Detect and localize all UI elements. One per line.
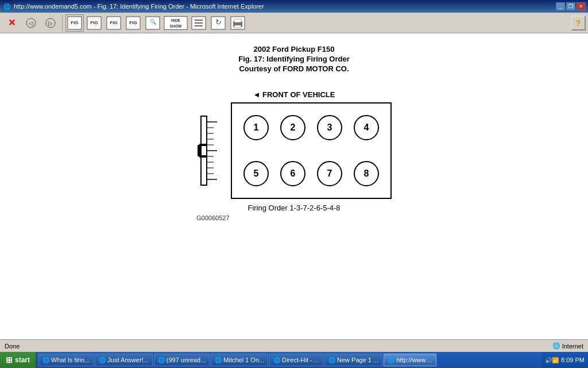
- taskbar-item-label-3: Mitchel 1 On...: [223, 356, 264, 363]
- content-area: 2002 Ford Pickup F150 Fig. 17: Identifyi…: [0, 33, 588, 339]
- cylinder-8: 8: [354, 161, 379, 186]
- print-btn[interactable]: [229, 14, 247, 32]
- cylinder-6: 6: [280, 161, 305, 186]
- start-button[interactable]: ⊞ start: [0, 352, 36, 368]
- globe-icon: 🌐: [552, 342, 560, 350]
- page-title: 2002 Ford Pickup F150: [11, 45, 577, 53]
- status-right: 🌐 Internet: [552, 342, 583, 350]
- title-bar-text: http://www.ondemand5.com - Fig. 17: Iden…: [14, 3, 264, 10]
- cylinder-row-top: 1 2 3 4: [243, 115, 379, 140]
- taskbar-item-label-1: Just Answer!...: [107, 356, 149, 363]
- diagram-wrapper: 1 2 3 4 5 6 7 8: [196, 102, 392, 199]
- svg-text:SHOW: SHOW: [170, 24, 182, 28]
- svg-text:FIG: FIG: [129, 20, 137, 25]
- taskbar-item-icon-2: 🌐: [158, 357, 165, 363]
- svg-text:↻: ↻: [215, 18, 222, 26]
- toolbar-separator-1: [62, 15, 63, 31]
- help-btn[interactable]: ?: [571, 16, 586, 30]
- diagram-container: ◄ FRONT OF VEHICLE: [196, 90, 392, 221]
- ie-icon: 🌐: [2, 2, 11, 11]
- firing-order-text: Firing Order 1-3-7-2-6-5-4-8: [196, 204, 392, 212]
- svg-rect-25: [234, 19, 241, 22]
- cylinder-3: 3: [317, 115, 342, 140]
- title-bar-left: 🌐 http://www.ondemand5.com - Fig. 17: Id…: [2, 2, 264, 11]
- svg-text:HIDE: HIDE: [171, 18, 180, 22]
- taskbar-item-0[interactable]: 🌐 What Is firin...: [38, 354, 94, 366]
- restore-button[interactable]: ❐: [566, 2, 575, 10]
- zone-indicator: 🌐 Internet: [552, 342, 583, 350]
- hide-show-btn[interactable]: HIDESHOW: [163, 14, 188, 32]
- taskbar-item-icon-1: 🌐: [99, 357, 106, 363]
- fig-btn-2[interactable]: FIG: [85, 14, 103, 32]
- start-label: start: [15, 356, 30, 364]
- cylinder-4: 4: [354, 115, 379, 140]
- refresh-btn[interactable]: ↻: [209, 14, 227, 32]
- svg-text:🔍: 🔍: [150, 18, 157, 25]
- taskbar-item-icon-6: 🌐: [388, 357, 394, 363]
- status-bar: Done 🌐 Internet: [0, 339, 588, 352]
- taskbar-items: 🌐 What Is firin... 🌐 Just Answer!... 🌐 (…: [36, 352, 541, 367]
- taskbar-item-label-0: What Is firin...: [51, 356, 90, 363]
- svg-text:▷: ▷: [48, 20, 53, 26]
- taskbar-item-3[interactable]: 🌐 Mitchel 1 On...: [211, 354, 268, 366]
- taskbar-tray: 🔊📶 8:09 PM: [541, 352, 588, 368]
- title-bar: 🌐 http://www.ondemand5.com - Fig. 17: Id…: [0, 0, 588, 13]
- page-subtitle: Fig. 17: Identifying Firing Order: [11, 55, 577, 63]
- svg-rect-27: [201, 116, 207, 185]
- fig-btn-3[interactable]: FIG: [105, 14, 123, 32]
- svg-rect-26: [234, 25, 241, 28]
- svg-rect-41: [198, 145, 201, 156]
- zone-text: Internet: [562, 343, 583, 350]
- fig-btn-1[interactable]: FIG: [65, 14, 84, 32]
- find-btn[interactable]: 🔍: [144, 14, 162, 32]
- page-credit: Courtesy of FORD MOTOR CO.: [11, 64, 577, 73]
- taskbar-item-label-4: Direct-Hit - ...: [282, 356, 319, 363]
- taskbar-item-icon-4: 🌐: [273, 357, 280, 363]
- taskbar-item-icon-0: 🌐: [42, 357, 49, 363]
- fig-btn-4[interactable]: FIG: [124, 14, 142, 32]
- close-window-button[interactable]: ✕: [577, 2, 586, 10]
- forward-btn[interactable]: ▷: [41, 14, 60, 32]
- engine-block: 1 2 3 4 5 6 7 8: [231, 102, 392, 199]
- taskbar-item-4[interactable]: 🌐 Direct-Hit - ...: [269, 354, 323, 366]
- cylinder-7: 7: [317, 161, 342, 186]
- taskbar-item-label-5: New Page 1 ...: [337, 356, 378, 363]
- diagram-code: G00060527: [196, 214, 392, 221]
- cylinder-2: 2: [280, 115, 305, 140]
- clock: 8:09 PM: [561, 356, 585, 363]
- cylinder-5: 5: [243, 161, 269, 186]
- title-bar-controls: _ ❐ ✕: [556, 2, 586, 10]
- taskbar-item-label-2: (997 unread...: [167, 356, 206, 363]
- taskbar-item-1[interactable]: 🌐 Just Answer!...: [95, 354, 153, 366]
- tray-icons: 🔊📶: [545, 357, 559, 363]
- svg-text:FIG: FIG: [90, 20, 98, 25]
- unknown-btn[interactable]: [189, 14, 208, 32]
- taskbar-item-5[interactable]: 🌐 New Page 1 ...: [324, 354, 382, 366]
- taskbar-item-icon-3: 🌐: [215, 357, 222, 363]
- cylinder-row-bottom: 5 6 7 8: [243, 161, 379, 186]
- back-btn[interactable]: ◁: [22, 14, 40, 32]
- toolbar: ✕ ◁ ▷ FIG FIG FIG FIG 🔍 HIDESHOW ↻ ?: [0, 13, 588, 33]
- minimize-button[interactable]: _: [556, 2, 565, 10]
- svg-text:◁: ◁: [29, 20, 33, 26]
- windows-logo: ⊞: [6, 355, 13, 365]
- taskbar-item-6[interactable]: 🌐 http://www....: [384, 354, 436, 366]
- taskbar-item-label-6: http://www....: [396, 356, 432, 363]
- taskbar-item-2[interactable]: 🌐 (997 unread...: [154, 354, 210, 366]
- taskbar-item-icon-5: 🌐: [328, 357, 335, 363]
- close-toolbar-btn[interactable]: ✕: [2, 14, 21, 32]
- taskbar: ⊞ start 🌐 What Is firin... 🌐 Just Answer…: [0, 352, 588, 368]
- status-text: Done: [5, 343, 547, 350]
- crankshaft-diagram: [196, 105, 231, 197]
- front-label: ◄ FRONT OF VEHICLE: [196, 90, 392, 99]
- cylinder-1: 1: [243, 115, 269, 140]
- svg-text:FIG: FIG: [110, 20, 117, 25]
- svg-text:FIG: FIG: [71, 20, 78, 25]
